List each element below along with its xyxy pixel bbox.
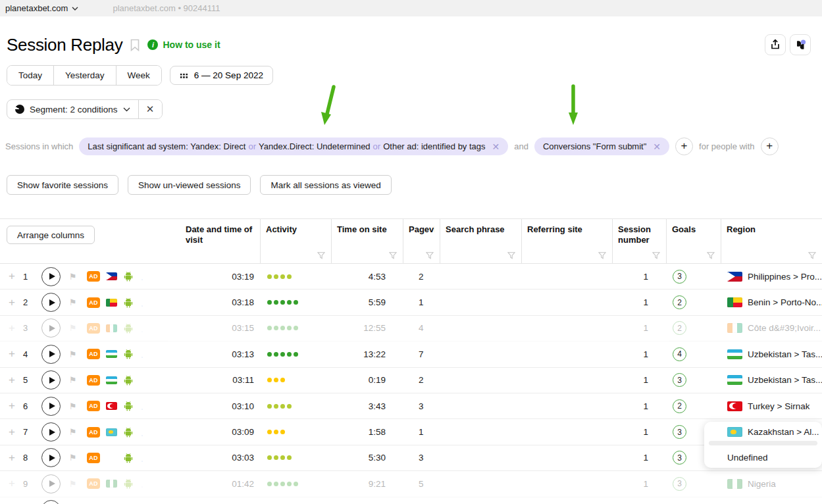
add-to-segment-icon[interactable]: +: [7, 426, 16, 439]
add-to-segment-icon[interactable]: +: [7, 451, 16, 465]
activity-dot: [267, 455, 272, 460]
activity-dot: [280, 430, 285, 434]
filter-funnel-icon[interactable]: [598, 252, 606, 259]
filter-funnel-icon[interactable]: [317, 252, 325, 259]
column-header-search-phrase[interactable]: Search phrase: [440, 219, 521, 263]
site-selector[interactable]: planetaxbet.com: [5, 3, 78, 13]
goals-count-badge[interactable]: 3: [673, 477, 686, 491]
ad-badge: AD: [87, 297, 100, 308]
play-icon: [49, 325, 55, 332]
filter-funnel-icon[interactable]: [507, 252, 515, 259]
play-session-button[interactable]: [41, 397, 61, 416]
show-unviewed-sessions-button[interactable]: Show un-viewed sessions: [128, 175, 251, 195]
filter-chip-ad-system[interactable]: Last significant ad system: Yandex: Dire…: [79, 138, 508, 155]
play-session-button[interactable]: [41, 318, 61, 338]
date-range-button[interactable]: 6 — 20 Sep 2022: [170, 66, 273, 85]
export-button[interactable]: [765, 34, 786, 55]
play-session-button[interactable]: [41, 370, 61, 390]
ad-badge: AD: [87, 427, 100, 438]
add-to-segment-icon[interactable]: +: [7, 322, 16, 335]
tab-yesterday[interactable]: Yesterday: [53, 66, 116, 85]
add-to-segment-icon[interactable]: +: [7, 347, 16, 361]
flag-mark-icon[interactable]: ⚑: [69, 453, 78, 463]
flag-mark-icon[interactable]: ⚑: [69, 401, 78, 411]
play-session-button[interactable]: [41, 500, 61, 504]
goals-count-badge[interactable]: 2: [673, 399, 686, 413]
filter-funnel-icon[interactable]: [389, 252, 397, 259]
segment-clear-button[interactable]: ✕: [138, 100, 162, 118]
play-session-button[interactable]: [41, 267, 61, 286]
add-to-segment-icon[interactable]: +: [7, 477, 16, 490]
activity-dot: [294, 482, 298, 486]
goals-count-badge[interactable]: 3: [673, 270, 686, 284]
tab-today[interactable]: Today: [7, 66, 53, 85]
play-session-button[interactable]: [41, 345, 61, 364]
activity-dot: [274, 404, 278, 409]
column-header-pageviews[interactable]: Pageviews: [403, 219, 440, 263]
sort-desc-icon[interactable]: ▼: [248, 226, 253, 232]
add-people-condition-button[interactable]: +: [761, 138, 779, 155]
android-os-icon: [124, 323, 133, 334]
goals-count-badge[interactable]: 3: [673, 373, 686, 387]
filter-funnel-icon[interactable]: [707, 252, 715, 259]
bookmark-icon[interactable]: [130, 39, 140, 51]
show-favorite-sessions-button[interactable]: Show favorite sessions: [7, 175, 118, 195]
add-to-segment-icon[interactable]: +: [7, 374, 16, 387]
mark-all-viewed-button[interactable]: Mark all sessions as viewed: [260, 175, 391, 195]
flag-mark-icon[interactable]: ⚑: [69, 375, 78, 385]
activity-dots: [260, 300, 331, 305]
activity-dot: [267, 404, 272, 409]
play-icon: [49, 403, 55, 409]
filter-funnel-icon[interactable]: [808, 252, 816, 259]
goals-count-badge[interactable]: 3: [673, 425, 686, 439]
tab-week[interactable]: Week: [116, 66, 161, 85]
column-header-region[interactable]: Region: [721, 219, 822, 263]
column-header-session-number[interactable]: Session number: [612, 219, 666, 263]
how-to-use-link[interactable]: How to use it: [163, 39, 220, 50]
filter-funnel-icon[interactable]: [426, 252, 434, 259]
chip-remove-icon[interactable]: ✕: [492, 141, 500, 152]
chip-remove-icon[interactable]: ✕: [653, 141, 661, 152]
activity-dot: [274, 300, 278, 305]
play-icon: [49, 299, 55, 306]
ai-assistant-button[interactable]: [790, 34, 811, 55]
goals-count-badge[interactable]: 4: [673, 347, 686, 361]
filter-chip-conversions[interactable]: Conversions "Form submit" ✕: [534, 138, 669, 155]
goals-count-badge[interactable]: 3: [673, 451, 686, 465]
activity-dot: [267, 326, 272, 330]
add-to-segment-icon[interactable]: +: [7, 296, 16, 309]
add-condition-button[interactable]: +: [675, 138, 693, 155]
region-cell: Philippines > Pro...: [721, 272, 822, 282]
add-to-segment-icon[interactable]: +: [7, 270, 16, 283]
play-session-button[interactable]: [41, 474, 61, 493]
activity-dots: [260, 352, 331, 357]
ad-badge: AD: [87, 401, 100, 411]
goals-count-badge[interactable]: 2: [673, 321, 686, 335]
time-on-site: 5:59: [331, 297, 403, 307]
flag-mark-icon[interactable]: ⚑: [69, 297, 78, 307]
flag-mark-icon[interactable]: ⚑: [69, 479, 78, 489]
region-name: Côte d&#39;Ivoir...: [748, 323, 821, 333]
flag-mark-icon[interactable]: ⚑: [69, 427, 78, 437]
column-header-date[interactable]: Date and time of visit ▼: [171, 219, 260, 263]
segment-button[interactable]: Segment: 2 conditions: [7, 100, 138, 118]
flag-mark-icon[interactable]: ⚑: [69, 272, 78, 282]
time-on-site: 5:30: [331, 453, 403, 463]
arrange-columns-button[interactable]: Arrange columns: [7, 226, 95, 244]
column-header-goals[interactable]: Goals: [666, 219, 721, 263]
add-to-segment-icon[interactable]: +: [7, 399, 16, 413]
filter-funnel-icon[interactable]: [652, 252, 660, 259]
flag-mark-icon[interactable]: ⚑: [69, 323, 78, 333]
column-header-time-on-site[interactable]: Time on site: [331, 219, 403, 263]
activity-dot: [267, 300, 272, 305]
column-header-activity[interactable]: Activity: [260, 219, 331, 263]
flag-mark-icon[interactable]: ⚑: [69, 349, 78, 359]
session-actions: Show favorite sessions Show un-viewed se…: [7, 175, 822, 195]
play-session-button[interactable]: [41, 293, 61, 312]
column-header-referring-site[interactable]: Referring site: [521, 219, 612, 263]
region-flag-icon: [727, 349, 742, 359]
country-flag-placeholder: [106, 454, 117, 462]
play-session-button[interactable]: [41, 448, 61, 467]
goals-count-badge[interactable]: 2: [673, 295, 686, 309]
play-session-button[interactable]: [41, 422, 61, 441]
